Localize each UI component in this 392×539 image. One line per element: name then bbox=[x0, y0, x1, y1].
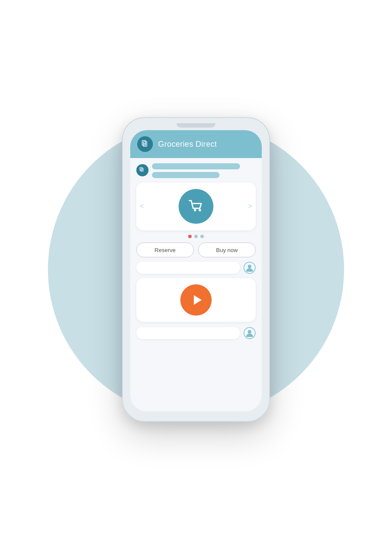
dot-3 bbox=[200, 235, 204, 238]
text-line-1 bbox=[152, 163, 240, 169]
chat-row-2 bbox=[136, 327, 256, 339]
app-content: < > bbox=[130, 158, 262, 411]
dot-1 bbox=[188, 235, 192, 238]
chat-bubble-2 bbox=[136, 327, 240, 339]
user-avatar-2 bbox=[243, 327, 256, 339]
profile-doc-icon bbox=[139, 167, 146, 174]
phone-notch bbox=[176, 123, 216, 128]
app-header: Groceries Direct bbox=[130, 130, 262, 158]
svg-point-9 bbox=[199, 209, 201, 212]
buy-now-button[interactable]: Buy now bbox=[198, 243, 256, 257]
scene: Groceries Direct bbox=[0, 0, 392, 539]
action-buttons-row: Reserve Buy now bbox=[136, 243, 256, 257]
app-logo-circle bbox=[137, 136, 153, 152]
play-icon bbox=[190, 293, 203, 307]
phone-screen: Groceries Direct bbox=[130, 130, 262, 411]
user-avatar-1 bbox=[243, 262, 256, 274]
chat-bubble-1 bbox=[136, 262, 240, 274]
phone-mockup: Groceries Direct bbox=[122, 117, 270, 422]
carousel-right-arrow[interactable]: > bbox=[248, 202, 252, 210]
shopping-cart-icon bbox=[186, 197, 206, 216]
svg-marker-12 bbox=[194, 295, 202, 305]
play-button-circle[interactable] bbox=[180, 284, 212, 316]
dot-2 bbox=[194, 235, 198, 238]
app-title: Groceries Direct bbox=[158, 140, 217, 149]
text-line-2 bbox=[152, 172, 220, 178]
carousel-dots bbox=[136, 235, 256, 238]
svg-point-14 bbox=[248, 330, 251, 334]
profile-row bbox=[136, 163, 256, 178]
profile-icon bbox=[136, 164, 149, 176]
product-card: < > bbox=[136, 182, 256, 230]
text-lines bbox=[152, 163, 256, 178]
svg-point-8 bbox=[194, 209, 196, 212]
chat-row-1 bbox=[136, 262, 256, 274]
cart-icon-circle bbox=[179, 189, 213, 224]
document-icon bbox=[141, 140, 149, 148]
video-card[interactable] bbox=[136, 278, 256, 322]
svg-point-11 bbox=[248, 265, 251, 268]
reserve-button[interactable]: Reserve bbox=[136, 243, 194, 257]
carousel-left-arrow[interactable]: < bbox=[140, 202, 144, 210]
